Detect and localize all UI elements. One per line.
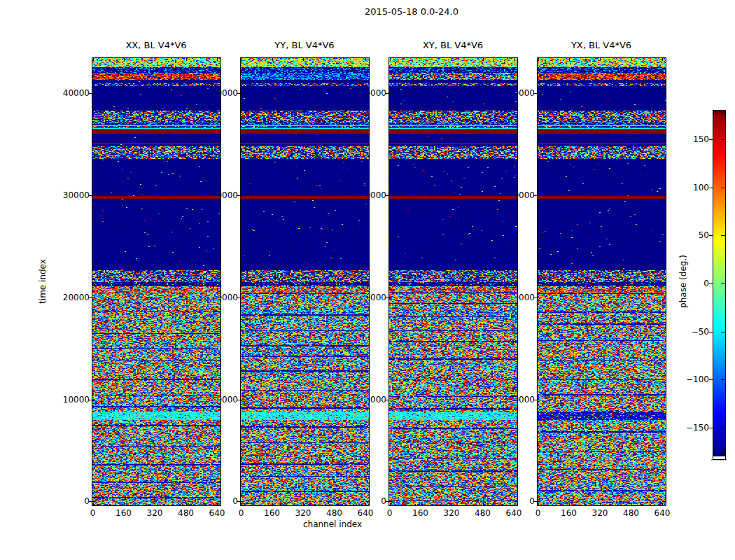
heatmap-canvas-yy — [241, 58, 369, 505]
x-tick-label: 0 — [239, 509, 244, 517]
colorbar-tick-label: 150 — [693, 135, 709, 144]
y-tick-label: 0 — [84, 497, 90, 505]
colorbar-tick-label: −100 — [686, 375, 709, 384]
x-tick-label: 640 — [506, 509, 522, 517]
colorbar-tick-label: 0 — [704, 279, 709, 288]
y-tick-label: 40000 — [63, 89, 90, 97]
x-tick-label: 320 — [592, 509, 608, 517]
x-tick-label: 320 — [295, 509, 312, 517]
x-tick-label: 640 — [209, 509, 225, 517]
heatmap-panel-xx — [92, 57, 221, 506]
colorbar-tick-label: 50 — [699, 231, 709, 239]
colorbar-gradient — [713, 111, 725, 456]
x-tick-label: 320 — [147, 509, 163, 517]
x-tick-label: 480 — [326, 509, 342, 517]
y-tick-label: 10000 — [63, 396, 90, 404]
y-tick-label: 0 — [381, 497, 386, 505]
heatmap-panel-yy — [240, 57, 370, 506]
heatmap-canvas-xy — [389, 58, 517, 505]
x-tick-label: 480 — [623, 509, 639, 517]
x-tick-label: 640 — [654, 509, 671, 517]
x-tick-label: 0 — [90, 509, 96, 517]
heatmap-panel-yx — [537, 57, 666, 506]
x-tick-label: 480 — [178, 509, 194, 517]
x-tick-label: 320 — [444, 509, 460, 517]
x-tick-label: 160 — [412, 509, 428, 517]
y-tick-label: 30000 — [63, 191, 90, 200]
colorbar — [713, 110, 726, 460]
colorbar-tick-label: −150 — [686, 424, 709, 432]
heatmap-canvas-xx — [92, 58, 220, 505]
x-tick-label: 0 — [387, 509, 393, 517]
x-tick-label: 160 — [561, 509, 577, 517]
colorbar-end-ticks-top — [713, 111, 725, 115]
y-tick-label: 0 — [232, 497, 238, 505]
heatmap-panel-xy — [388, 57, 518, 506]
figure: 2015-05-18 0.0-24.0 time index channel i… — [0, 0, 735, 560]
x-tick-label: 160 — [115, 509, 132, 517]
colorbar-end-ticks-bottom — [713, 452, 725, 456]
x-tick-label: 640 — [358, 509, 374, 517]
heatmap-canvas-yx — [538, 58, 666, 505]
x-tick-label: 480 — [475, 509, 491, 517]
x-tick-label: 0 — [536, 509, 541, 517]
y-tick-label: 20000 — [63, 293, 90, 302]
colorbar-tick-label: 100 — [693, 183, 709, 192]
x-tick-label: 160 — [264, 509, 280, 517]
colorbar-tick-label: −50 — [692, 328, 709, 336]
y-tick-label: 0 — [529, 497, 535, 505]
